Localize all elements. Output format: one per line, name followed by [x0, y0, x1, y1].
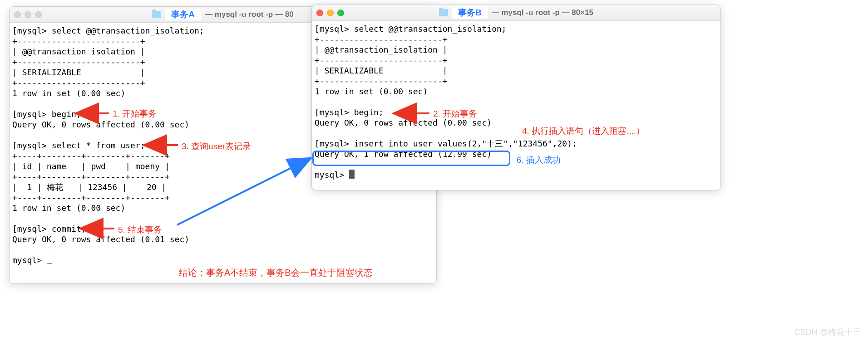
- term-line: +----+--------+--------+-------+: [12, 193, 170, 202]
- term-line: +----+--------+--------+-------+: [12, 151, 170, 161]
- zoom-icon[interactable]: [35, 11, 42, 18]
- annotation-2: 2. 开始事务: [433, 108, 477, 120]
- annotation-1: 1. 开始事务: [113, 108, 157, 120]
- term-line: [mysql> commit;: [12, 224, 86, 234]
- term-line: Query OK, 0 rows affected (0.00 sec): [12, 120, 189, 129]
- term-line: mysql>: [12, 255, 47, 265]
- term-line: +-------------------------+: [315, 76, 448, 86]
- term-line: [mysql> begin;: [12, 109, 81, 119]
- term-line: [mysql> select @@transaction_isolation;: [12, 26, 204, 35]
- term-line: | id | name | pwd | moeny |: [12, 161, 170, 171]
- term-line: [mysql> select @@transaction_isolation;: [315, 24, 507, 34]
- minimize-icon[interactable]: [327, 10, 334, 16]
- terminal-window-b: 事务B — mysql -u root -p — 80×15 [mysql> s…: [311, 5, 721, 190]
- annotation-6: 6. 插入成功: [517, 154, 561, 166]
- close-icon[interactable]: [316, 10, 323, 16]
- traffic-lights-a: [14, 11, 42, 18]
- term-line: 1 row in set (0.00 sec): [12, 203, 125, 213]
- annotation-5: 5. 结束事务: [118, 224, 162, 236]
- transaction-b-label: 事务B: [452, 7, 488, 19]
- term-line: | @@transaction_isolation |: [12, 47, 145, 56]
- title-rest-b: — mysql -u root -p — 80×15: [492, 8, 593, 17]
- term-line: | SERIALIZABLE |: [315, 66, 448, 75]
- minimize-icon[interactable]: [25, 11, 31, 18]
- term-line: | SERIALIZABLE |: [12, 68, 145, 77]
- annotation-3: 3. 查询user表记录: [182, 141, 251, 152]
- titlebar-b[interactable]: 事务B — mysql -u root -p — 80×15: [312, 5, 720, 21]
- term-line: +-------------------------+: [315, 55, 448, 65]
- traffic-lights-b: [316, 10, 344, 16]
- term-line: +-------------------------+: [315, 34, 448, 44]
- transaction-a-label: 事务A: [165, 9, 201, 20]
- term-line: Query OK, 0 rows affected (0.01 sec): [12, 234, 189, 244]
- term-line: mysql>: [315, 170, 349, 180]
- window-title-b: 事务B — mysql -u root -p — 80×15: [312, 7, 720, 19]
- term-line: +-------------------------+: [12, 78, 145, 88]
- close-icon[interactable]: [14, 11, 21, 18]
- term-line: [mysql> begin;: [315, 107, 384, 117]
- term-line: 1 row in set (0.00 sec): [12, 88, 125, 98]
- term-line: Query OK, 1 row affected (12.99 sec): [315, 149, 492, 159]
- annotation-4: 4. 执行插入语句（进入阻塞....）: [522, 125, 645, 137]
- zoom-icon[interactable]: [337, 10, 344, 16]
- terminal-body-b[interactable]: [mysql> select @@transaction_isolation; …: [312, 21, 720, 183]
- term-line: | 1 | 梅花 | 123456 | 20 |: [12, 182, 166, 192]
- term-line: +-------------------------+: [12, 36, 145, 46]
- conclusion-text: 结论：事务A不结束，事务B会一直处于阻塞状态: [179, 267, 373, 279]
- folder-icon: [152, 11, 161, 18]
- cursor-icon: [349, 170, 355, 179]
- term-line: | @@transaction_isolation |: [315, 45, 448, 54]
- term-line: [mysql> insert into user values(2,"十三","…: [315, 139, 577, 148]
- term-line: +----+--------+--------+-------+: [12, 172, 170, 181]
- term-line: +-------------------------+: [12, 57, 145, 67]
- folder-icon: [439, 9, 448, 16]
- term-line: 1 row in set (0.00 sec): [315, 87, 428, 96]
- watermark: CSDN @梅花十三: [794, 326, 861, 337]
- cursor-icon: [47, 255, 52, 264]
- title-rest-a: — mysql -u root -p — 80: [205, 10, 294, 19]
- term-line: [mysql> select * from user;: [12, 141, 145, 150]
